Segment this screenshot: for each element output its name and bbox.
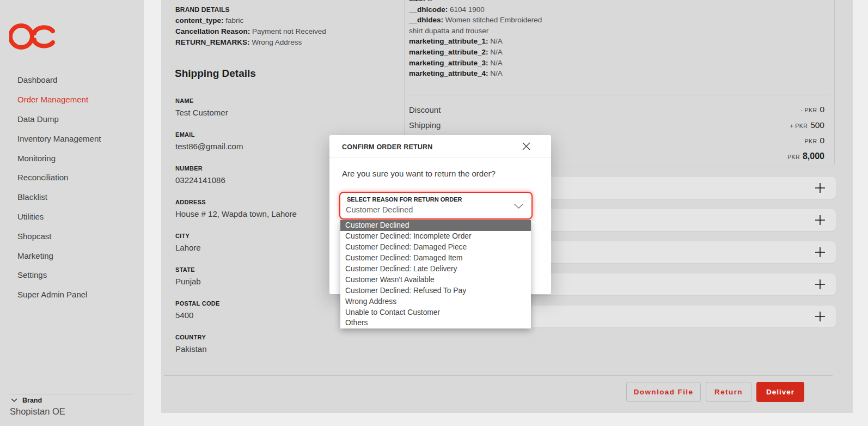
- currency-label: + PKR: [790, 123, 808, 129]
- field-value: 03224141086: [175, 175, 350, 186]
- sidebar-item-monitoring[interactable]: Monitoring: [0, 148, 144, 168]
- brand-details-section: BRAND DETAILS content_type: fabric Cance…: [175, 4, 404, 48]
- field-address: ADDRESS House # 12, Wapda town, Lahore: [175, 198, 350, 220]
- detail-value: Payment not Received: [252, 27, 326, 35]
- sidebar-item-utilities[interactable]: Utilities: [0, 207, 144, 227]
- brand-detail-row: RETURN_REMARKS: Wrong Address: [175, 37, 404, 48]
- plus-icon[interactable]: [814, 278, 826, 293]
- field-country: COUNTRY Pakistan: [175, 333, 350, 355]
- attribute-row: marketing_attribute_2: N/A: [409, 47, 555, 58]
- shipping-fields: NAME Test Customer EMAIL test86@gmail.co…: [175, 97, 350, 367]
- total-amount: 0: [820, 136, 824, 145]
- brand-selector[interactable]: Brand: [11, 397, 42, 404]
- attr-label: marketing_attribute_2:: [409, 48, 488, 56]
- plus-icon[interactable]: [814, 246, 826, 260]
- field-state: STATE Punjab: [175, 266, 350, 287]
- attr-label: size:: [409, 0, 425, 3]
- total-label: Shipping: [409, 120, 441, 130]
- field-value: Punjab: [175, 276, 350, 287]
- modal-title: CONFIRM ORDER RETURN: [342, 143, 433, 151]
- total-amount: 500: [810, 120, 824, 130]
- attribute-row: size: S: [409, 0, 555, 4]
- oe-logo-icon: [9, 21, 55, 52]
- currency-label: PKR: [787, 154, 800, 160]
- plus-icon[interactable]: [814, 214, 826, 228]
- field-label: COUNTRY: [175, 333, 350, 341]
- dropdown-option[interactable]: Wrong Address: [340, 296, 531, 307]
- shipping-details-title: Shipping Details: [175, 68, 256, 80]
- attr-value: N/A: [490, 69, 503, 77]
- brand-label: Brand: [22, 397, 42, 404]
- field-name: NAME Test Customer: [175, 97, 350, 118]
- field-value: House # 12, Wapda town, Lahore: [175, 209, 350, 220]
- dropdown-option[interactable]: Customer Declined: Damaged Item: [340, 253, 531, 264]
- dropdown-option[interactable]: Others: [340, 318, 531, 328]
- plus-icon[interactable]: [814, 182, 826, 196]
- sidebar-item-inventory-management[interactable]: Inventory Management: [0, 129, 144, 148]
- field-label: STATE: [175, 266, 350, 273]
- sidebar-item-reconciliation[interactable]: Reconciliation: [0, 168, 144, 187]
- field-email: EMAIL test86@gmail.com: [175, 131, 350, 152]
- attribute-row: marketing_attribute_1: N/A: [409, 36, 555, 47]
- dropdown-option[interactable]: Customer Declined: Damaged Piece: [340, 242, 531, 253]
- sidebar-item-blacklist[interactable]: Blacklist: [0, 187, 144, 207]
- select-value: Customer Declined: [346, 205, 413, 214]
- field-label: NAME: [175, 97, 350, 105]
- attr-value: 6104 1900: [450, 5, 485, 14]
- field-postal-code: POSTAL CODE 5400: [175, 300, 350, 321]
- download-file-button[interactable]: Download File: [626, 382, 701, 402]
- brand-detail-row: content_type: fabric: [175, 15, 404, 26]
- detail-label: Cancellation Reason:: [175, 27, 250, 35]
- attr-label: marketing_attribute_4:: [409, 69, 488, 77]
- field-label: POSTAL CODE: [175, 300, 350, 307]
- sidebar: Dashboard Order Management Data Dump Inv…: [0, 0, 144, 426]
- field-city: CITY Lahore: [175, 232, 350, 253]
- dropdown-option[interactable]: Customer Declined: [340, 220, 531, 231]
- dropdown-option[interactable]: Unable to Contact Customer: [340, 307, 531, 318]
- attr-value: N/A: [490, 59, 503, 67]
- confirm-order-return-modal: CONFIRM ORDER RETURN Are you sure you wa…: [329, 135, 551, 294]
- totals-divider: [409, 95, 830, 95]
- field-number: NUMBER 03224141086: [175, 165, 350, 186]
- detail-value: Wrong Address: [252, 38, 302, 46]
- sidebar-item-dashboard[interactable]: Dashboard: [0, 70, 144, 90]
- attr-label: __dhlcode:: [409, 5, 448, 14]
- attr-value: N/A: [490, 48, 503, 56]
- field-label: EMAIL: [175, 131, 350, 138]
- sidebar-nav: Dashboard Order Management Data Dump Inv…: [0, 70, 144, 305]
- order-management-screen: Dashboard Order Management Data Dump Inv…: [0, 0, 868, 426]
- field-value: Lahore: [175, 242, 350, 253]
- close-icon[interactable]: [522, 142, 530, 150]
- sidebar-item-super-admin-panel[interactable]: Super Admin Panel: [0, 285, 144, 305]
- dropdown-option[interactable]: Customer Declined: Late Delivery: [340, 264, 531, 275]
- attr-label: __dhldes:: [409, 16, 443, 24]
- plus-icon[interactable]: [814, 311, 826, 325]
- field-value: Test Customer: [175, 107, 350, 118]
- currency-label: - PKR: [800, 107, 817, 113]
- return-reason-dropdown: Customer Declined Customer Declined: Inc…: [340, 220, 531, 328]
- sidebar-divider: [7, 394, 133, 394]
- attr-value: S: [427, 0, 432, 3]
- sidebar-item-shopcast[interactable]: Shopcast: [0, 226, 144, 246]
- total-row-shipping: Shipping + PKR500: [409, 118, 824, 133]
- field-value: test86@gmail.com: [175, 141, 350, 152]
- dropdown-option[interactable]: Customer Declined: Refused To Pay: [340, 285, 531, 296]
- dropdown-option[interactable]: Customer Declined: Incomplete Order: [340, 231, 531, 242]
- brand-detail-row: Cancellation Reason: Payment not Receive…: [175, 26, 404, 37]
- chevron-down-icon: [11, 398, 17, 403]
- detail-label: RETURN_REMARKS:: [175, 38, 250, 46]
- sidebar-item-data-dump[interactable]: Data Dump: [0, 109, 144, 129]
- attribute-row: marketing_attribute_3: N/A: [409, 58, 555, 69]
- return-reason-select[interactable]: SELECT REASON FOR RETURN ORDER Customer …: [339, 192, 533, 220]
- select-label: SELECT REASON FOR RETURN ORDER: [347, 196, 462, 203]
- sidebar-item-order-management[interactable]: Order Management: [0, 90, 144, 109]
- sidebar-item-marketing[interactable]: Marketing: [0, 246, 144, 265]
- deliver-button[interactable]: Deliver: [756, 382, 804, 402]
- dropdown-option[interactable]: Customer Wasn't Available: [340, 274, 531, 285]
- total-amount: 8,000: [803, 151, 824, 161]
- attr-label: marketing_attribute_1:: [409, 37, 488, 45]
- sidebar-item-settings[interactable]: Settings: [0, 265, 144, 285]
- total-amount: 0: [820, 105, 824, 114]
- modal-header-divider: [329, 157, 551, 157]
- return-button[interactable]: Return: [706, 382, 751, 402]
